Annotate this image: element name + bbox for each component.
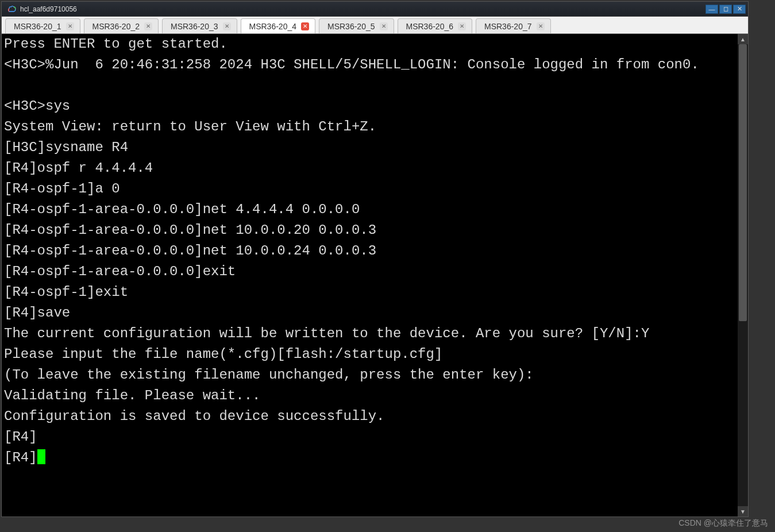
window-title: hcl_aaf6d9710056	[20, 5, 77, 13]
tab-close-icon[interactable]: ✕	[537, 22, 545, 30]
scroll-track[interactable]	[738, 44, 748, 506]
tab-MSR36-20_5[interactable]: MSR36-20_5✕	[319, 18, 394, 33]
tab-close-icon[interactable]: ✕	[66, 22, 74, 30]
tab-label: MSR36-20_4	[249, 22, 297, 31]
tab-label: MSR36-20_6	[406, 22, 454, 31]
tab-MSR36-20_4[interactable]: MSR36-20_4✕	[241, 18, 316, 33]
tab-MSR36-20_6[interactable]: MSR36-20_6✕	[398, 18, 473, 33]
tab-MSR36-20_3[interactable]: MSR36-20_3✕	[162, 18, 237, 33]
terminal-area: Press ENTER to get started. <H3C>%Jun 6 …	[2, 34, 748, 516]
watermark-text: CSDN @心猿牵住了意马	[678, 518, 768, 529]
minimize-button[interactable]: —	[705, 5, 718, 14]
titlebar: hcl_aaf6d9710056 — ◻ ✕	[2, 2, 748, 17]
scroll-thumb[interactable]	[739, 44, 747, 321]
vertical-scrollbar[interactable]: ▲ ▼	[738, 34, 748, 516]
close-button[interactable]: ✕	[733, 5, 746, 14]
scroll-up-button[interactable]: ▲	[738, 34, 748, 44]
tab-MSR36-20_2[interactable]: MSR36-20_2✕	[84, 18, 159, 33]
scroll-down-button[interactable]: ▼	[738, 506, 748, 516]
app-window: hcl_aaf6d9710056 — ◻ ✕ MSR36-20_1✕MSR36-…	[1, 1, 749, 517]
tab-close-icon[interactable]: ✕	[144, 22, 152, 30]
tab-close-icon[interactable]: ✕	[458, 22, 466, 30]
maximize-button[interactable]: ◻	[719, 5, 732, 14]
tab-label: MSR36-20_2	[92, 22, 140, 31]
tab-strip: MSR36-20_1✕MSR36-20_2✕MSR36-20_3✕MSR36-2…	[2, 17, 748, 34]
terminal-output[interactable]: Press ENTER to get started. <H3C>%Jun 6 …	[2, 34, 738, 516]
app-logo-icon	[6, 4, 17, 14]
tab-close-icon[interactable]: ✕	[223, 22, 231, 30]
tab-MSR36-20_1[interactable]: MSR36-20_1✕	[5, 18, 80, 33]
tab-close-icon[interactable]: ✕	[380, 22, 388, 30]
tab-label: MSR36-20_5	[327, 22, 375, 31]
tab-label: MSR36-20_3	[171, 22, 218, 31]
terminal-cursor	[37, 449, 45, 464]
tab-close-icon[interactable]: ✕	[301, 22, 309, 30]
tab-label: MSR36-20_1	[14, 22, 61, 31]
tab-MSR36-20_7[interactable]: MSR36-20_7✕	[476, 18, 551, 33]
tab-label: MSR36-20_7	[484, 22, 532, 31]
